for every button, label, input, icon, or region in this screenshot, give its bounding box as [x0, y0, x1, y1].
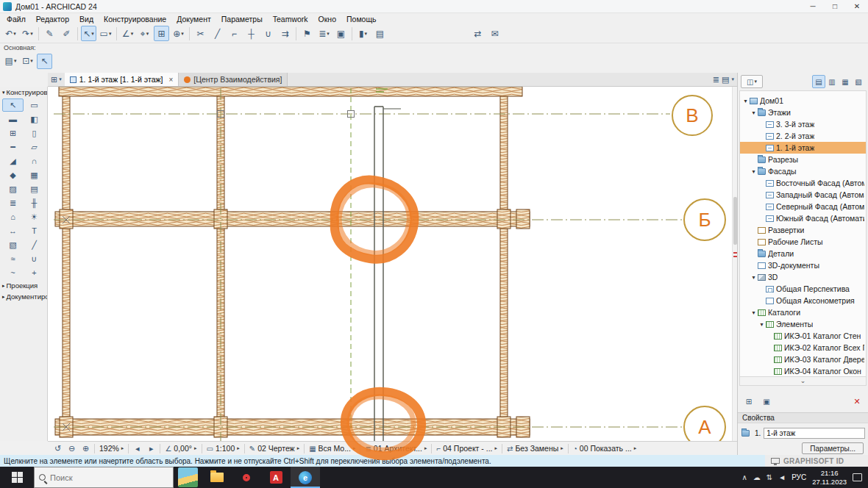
- tree-item[interactable]: Восточный Фасад (Автоматич: [740, 177, 866, 189]
- tab-list-icon[interactable]: ≣: [713, 75, 719, 85]
- intersect-button[interactable]: ┼: [243, 26, 259, 41]
- morph-tool[interactable]: ◆: [2, 168, 24, 182]
- fillet-button[interactable]: ∪: [260, 26, 276, 41]
- arc-tool[interactable]: ∪: [24, 252, 45, 265]
- notification-center-icon[interactable]: [853, 473, 862, 481]
- text-tool[interactable]: T: [24, 224, 45, 237]
- organizer-button[interactable]: ▣: [333, 26, 349, 41]
- tree-item[interactable]: Разрезы: [740, 154, 866, 165]
- tab-close-icon[interactable]: ×: [168, 76, 173, 84]
- maximize-button[interactable]: □: [824, 0, 846, 12]
- menu-item-Документ[interactable]: Документ: [171, 15, 216, 24]
- curtain-wall-tool[interactable]: ▤: [24, 182, 45, 195]
- project-map-button[interactable]: ▤: [812, 75, 825, 88]
- zone-tool[interactable]: ▨: [2, 182, 24, 195]
- slab-tool[interactable]: ▱: [24, 140, 45, 154]
- tree-item[interactable]: Рабочие Листы: [740, 236, 866, 248]
- railing-tool[interactable]: ╫: [24, 196, 45, 209]
- volume-icon[interactable]: ◄: [778, 473, 786, 481]
- zoom-out-button[interactable]: ⊖: [65, 442, 78, 454]
- tree-item[interactable]: ИКЭ-04 Каталог Окон: [740, 365, 866, 377]
- tree-item[interactable]: ▾Этажи: [740, 107, 866, 118]
- menu-item-Окно[interactable]: Окно: [313, 15, 341, 24]
- hotspot-tool[interactable]: +: [24, 266, 45, 279]
- grid-snap-button[interactable]: ⊞: [154, 26, 169, 41]
- edge-app-icon[interactable]: e: [291, 467, 320, 488]
- clone-view-button[interactable]: ▣: [760, 395, 773, 408]
- floor-plan-canvas[interactable]: В Б А: [48, 87, 737, 441]
- stair-tool[interactable]: ≣: [2, 196, 24, 209]
- tree-chevron-icon[interactable]: ▾: [750, 168, 757, 175]
- menu-item-Конструирование[interactable]: Конструирование: [99, 15, 171, 24]
- tree-item[interactable]: Южный Фасад (Автоматическ: [740, 212, 866, 224]
- menu-item-Вид[interactable]: Вид: [74, 15, 99, 24]
- tree-scroll-down-button[interactable]: ⌄: [739, 377, 867, 386]
- gravity-button[interactable]: ⊕▾: [171, 26, 186, 41]
- dimension-tool[interactable]: ↔: [2, 224, 24, 237]
- opera-app-icon[interactable]: [232, 467, 261, 488]
- redo-button[interactable]: ↷▾: [20, 26, 35, 41]
- tree-chevron-icon[interactable]: ▾: [742, 98, 749, 104]
- vertical-scrollbar[interactable]: [732, 87, 737, 441]
- view-map-button[interactable]: ▥: [825, 75, 839, 88]
- tree-chevron-icon[interactable]: ▾: [750, 110, 757, 116]
- teamwork-message-button[interactable]: ✉: [487, 26, 502, 41]
- graphisoft-id-area[interactable]: GRAPHISOFT ID: [765, 455, 868, 467]
- teamwork-send-receive-button[interactable]: ⇄: [470, 26, 485, 41]
- minimize-button[interactable]: ─: [802, 0, 824, 12]
- select-arrow-button[interactable]: ↖▾: [81, 26, 96, 41]
- onedrive-icon[interactable]: ☁: [753, 473, 761, 481]
- favorites-combo-button[interactable]: ▤▾: [3, 54, 18, 69]
- default-settings-combo-button[interactable]: ⊡▾: [20, 54, 35, 69]
- tab-overflow-icon[interactable]: ▾: [731, 76, 734, 82]
- shell-tool[interactable]: ∩: [24, 154, 45, 168]
- window-layouts-icon[interactable]: ⊞: [51, 75, 57, 85]
- lamp-tool[interactable]: ☀: [24, 210, 45, 223]
- guide-lines-button[interactable]: ∠▾: [120, 26, 135, 41]
- tree-item[interactable]: ИКЭ-02 Каталог Всех Проем: [740, 342, 866, 354]
- menu-item-Помощь[interactable]: Помощь: [341, 15, 382, 24]
- tree-item[interactable]: Общая Перспектива: [740, 283, 866, 295]
- prev-view-button[interactable]: ◂: [131, 442, 143, 454]
- tree-item[interactable]: ▾3D: [740, 271, 866, 283]
- menu-item-Параметры[interactable]: Параметры: [216, 15, 268, 24]
- inject-parameters-button[interactable]: ✐: [59, 26, 74, 41]
- explorer-app-icon[interactable]: [202, 467, 232, 488]
- zoom-level-combo[interactable]: 192%▸: [97, 442, 126, 454]
- snap-guides-button[interactable]: ⌖▾: [137, 26, 152, 41]
- mark-up-button[interactable]: ⚑: [299, 26, 315, 41]
- arrow-tool[interactable]: ↖: [2, 98, 24, 112]
- menu-item-Teamwork[interactable]: Teamwork: [268, 15, 313, 24]
- search-input[interactable]: [50, 473, 153, 482]
- roof-tool[interactable]: ◢: [2, 154, 24, 168]
- new-folder-button[interactable]: ⊞: [742, 395, 755, 408]
- zoom-fit-button[interactable]: ↺: [51, 442, 64, 454]
- spline-tool[interactable]: ~: [2, 266, 24, 279]
- next-view-button[interactable]: ▸: [145, 442, 157, 454]
- story-name-field[interactable]: 1-й этаж: [764, 428, 865, 439]
- tab[interactable]: 1. 1-й этаж [1. 1-й этаж]×: [65, 73, 179, 86]
- undo-button[interactable]: ↶▾: [3, 26, 18, 41]
- hidden-icons-chevron[interactable]: ∧: [742, 473, 747, 481]
- offset-button[interactable]: ⇉: [277, 26, 293, 41]
- publisher-button[interactable]: ▧: [852, 75, 865, 88]
- properties-header[interactable]: Свойства: [738, 412, 868, 423]
- navigator-chooser-button[interactable]: ◫▾: [741, 75, 763, 88]
- override-combo[interactable]: ⇄Без Замены▸: [505, 442, 566, 454]
- tree-item[interactable]: 1. 1-й этаж: [740, 142, 866, 154]
- start-button[interactable]: [0, 467, 34, 488]
- split-button[interactable]: ╱: [210, 26, 225, 41]
- widget-thumbnail[interactable]: [178, 467, 198, 487]
- tab-dropdown-icon[interactable]: ▾: [59, 76, 62, 82]
- tree-item[interactable]: ▾Каталоги: [740, 306, 866, 318]
- adobe-app-icon[interactable]: A: [261, 467, 291, 488]
- tree-item[interactable]: Общая Аксонометрия: [740, 295, 866, 306]
- toolbox-section-document[interactable]: ▸ Документирование: [0, 291, 47, 302]
- taskbar-clock[interactable]: 21:16 27.11.2023: [812, 469, 847, 486]
- polyline-tool[interactable]: ≈: [2, 252, 24, 265]
- tree-item[interactable]: ▾Фасады: [740, 165, 866, 177]
- delete-view-button[interactable]: ✕: [850, 395, 864, 408]
- trim-button[interactable]: ✂: [193, 26, 208, 41]
- window-tool[interactable]: ⊞: [2, 126, 24, 140]
- split-view-icon[interactable]: ▤: [722, 75, 729, 85]
